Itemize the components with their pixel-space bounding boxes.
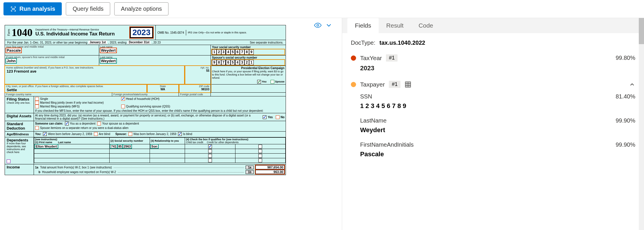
- tab-result[interactable]: Result: [379, 18, 411, 33]
- subfield-value: Weydert: [360, 126, 635, 134]
- dep-odc-checkbox[interactable]: [258, 145, 262, 148]
- field-confidence: 99.80%: [616, 55, 635, 61]
- results-tabs: Fields Result Code: [342, 18, 644, 33]
- last-name-field: Weydert: [100, 48, 116, 53]
- pec-heading: Presidential Election Campaign: [212, 67, 284, 70]
- zip-field: 98103: [201, 88, 209, 91]
- tab-code[interactable]: Code: [411, 18, 441, 33]
- document-preview-pane: Form 1040 Department of the Treasury—Int…: [0, 18, 342, 230]
- sp-born-checkbox[interactable]: [128, 132, 132, 136]
- income-1b-amount: 963.00: [255, 170, 284, 174]
- subfield-confidence: 81.40%: [616, 93, 635, 100]
- income-1a-amount: 987,654.00: [255, 165, 284, 169]
- field-value: 2023: [360, 64, 635, 72]
- run-analysis-label: Run analysis: [19, 6, 55, 12]
- doctype-label: DocType:: [351, 39, 375, 46]
- pec-you-checkbox[interactable]: [257, 80, 261, 84]
- svg-point-0: [317, 24, 319, 26]
- form-1040-document: Form 1040 Department of the Treasury—Int…: [5, 25, 286, 175]
- ssn-digits: 123456789: [212, 49, 284, 55]
- period-prefix: For the year Jan. 1–Dec. 31, 2023, or ot…: [7, 41, 87, 44]
- status-dot-icon: [351, 55, 356, 61]
- spouse-ssn-digits: 987654321: [212, 60, 284, 65]
- std-deduction-label: Standard Deduction: [5, 121, 34, 131]
- dept-label: Department of the Treasury—Internal Reve…: [35, 28, 115, 31]
- see-instructions: See separate instructions.: [250, 41, 283, 44]
- spouse-ssn-label: Spouse's social security number: [212, 56, 284, 59]
- field-taxyear[interactable]: TaxYear #1 99.80% 2023: [351, 54, 635, 72]
- query-fields-button[interactable]: Query fields: [66, 2, 110, 15]
- field-badge: #1: [386, 54, 398, 62]
- doctype-value: tax.us.1040.2022: [379, 39, 425, 46]
- digital-assets-label: Digital Assets: [5, 113, 34, 121]
- sp-blind-checkbox[interactable]: [178, 132, 182, 136]
- age-blind-label: Age/Blindness: [5, 132, 34, 137]
- run-analysis-button[interactable]: Run analysis: [3, 2, 62, 15]
- chevron-up-icon[interactable]: [629, 81, 635, 88]
- filing-status-label: Filing Status: [7, 97, 29, 101]
- eye-icon[interactable]: [314, 21, 322, 29]
- analyze-options-button[interactable]: Analyze options: [114, 2, 168, 15]
- scrollbar[interactable]: [639, 18, 644, 230]
- ssn-label: Your social security number: [212, 46, 284, 49]
- dep-ctc-checkbox[interactable]: [208, 145, 212, 148]
- end-date: December 31st: [128, 41, 150, 44]
- scrollbar-thumb[interactable]: [639, 18, 644, 44]
- subfield-lastname[interactable]: LastName 99.90% Weydert: [360, 117, 635, 134]
- mfs-checkbox[interactable]: [35, 105, 39, 108]
- subfield-value: Pascale: [360, 150, 635, 158]
- form-title: U.S. Individual Income Tax Return: [35, 31, 115, 37]
- scan-icon: [10, 6, 17, 12]
- svg-rect-1: [405, 82, 411, 87]
- sd-spouse-checkbox[interactable]: [97, 122, 101, 125]
- status-dot-icon: [351, 82, 356, 87]
- omb-number: OMB No. 1545-0074: [156, 30, 186, 35]
- chevron-down-icon[interactable]: [325, 21, 333, 29]
- address-field: 123 Fremont ave: [6, 69, 37, 73]
- table-icon[interactable]: [404, 81, 411, 88]
- dependents-label: Dependents: [7, 138, 28, 142]
- sd-you-checkbox[interactable]: [65, 122, 69, 125]
- irs-use-only: IRS Use Only—Do not write or staple in t…: [186, 30, 286, 35]
- pec-spouse-checkbox[interactable]: [271, 80, 274, 84]
- subfield-confidence: 99.90%: [616, 117, 635, 124]
- da-no-checkbox[interactable]: [276, 115, 280, 119]
- toolbar: Run analysis Query fields Analyze option…: [0, 0, 644, 18]
- state-field: WA: [160, 88, 165, 91]
- subfield-confidence: 99.90%: [616, 141, 635, 148]
- field-badge: #1: [389, 81, 400, 88]
- dependents-table: (see instructions):(1) First name Last n…: [34, 137, 286, 163]
- you-blind-checkbox[interactable]: [94, 132, 98, 136]
- dep-more-checkbox[interactable]: [7, 159, 10, 163]
- results-pane: Fields Result Code DocType: tax.us.1040.…: [342, 18, 644, 230]
- doctype-row: DocType: tax.us.1040.2022: [351, 39, 635, 46]
- mfj-checkbox[interactable]: [35, 101, 39, 105]
- dependent-row: Elton Weydert 741 85 2963 Son: [34, 144, 286, 149]
- dep-name: Elton Weydert: [35, 145, 58, 148]
- field-name: Taxpayer: [360, 81, 385, 88]
- pec-text: Check here if you, or your spouse if fil…: [212, 70, 284, 79]
- first-name-field: Pascale: [6, 48, 21, 53]
- hoh-checkbox[interactable]: [121, 97, 125, 101]
- form-number: 1040: [12, 26, 32, 39]
- apt-field: 55: [206, 69, 209, 72]
- qss-checkbox[interactable]: [121, 105, 125, 108]
- begin-date: January 1st: [88, 41, 107, 44]
- income-label: Income: [5, 164, 34, 175]
- tax-year-box: 2023: [130, 27, 153, 38]
- subfield-value: 1 2 3 4 5 6 7 8 9: [360, 102, 635, 110]
- spouse-last-field: Weydert: [100, 59, 116, 63]
- da-yes-checkbox[interactable]: [263, 115, 266, 119]
- field-taxpayer[interactable]: Taxpayer #1 SSN 81.40% 1 2 3 4 5 6 7 8 9: [351, 81, 635, 158]
- city-field: Settle: [6, 88, 17, 92]
- subfield-ssn[interactable]: SSN 81.40% 1 2 3 4 5 6 7 8 9: [360, 93, 635, 110]
- field-name: TaxYear: [360, 55, 382, 62]
- single-checkbox[interactable]: [35, 97, 39, 101]
- subfield-firstname[interactable]: FirstNameAndInitials 99.90% Pascale: [360, 141, 635, 158]
- sd-itemize-checkbox[interactable]: [35, 126, 39, 130]
- spouse-first-field: John: [6, 59, 16, 63]
- you-born-checkbox[interactable]: [43, 132, 47, 136]
- tab-fields[interactable]: Fields: [347, 18, 379, 33]
